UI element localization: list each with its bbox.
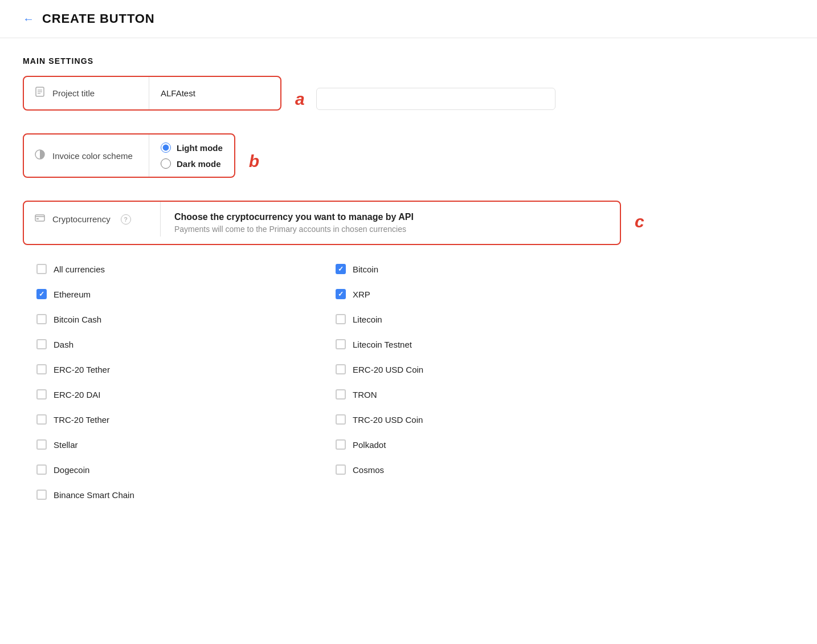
xrp-checkbox[interactable] xyxy=(336,289,346,299)
currency-erc20-tether[interactable]: ERC-20 Tether xyxy=(23,357,322,382)
main-content: MAIN SETTINGS Project title a xyxy=(0,38,817,525)
currencies-right-col: Bitcoin XRP Litecoin Litecoin Testnet xyxy=(322,256,621,507)
dark-mode-radio[interactable] xyxy=(161,158,171,169)
light-mode-option[interactable]: Light mode xyxy=(161,142,223,153)
ethereum-checkbox[interactable] xyxy=(36,289,47,299)
currency-erc20-dai[interactable]: ERC-20 DAI xyxy=(23,382,322,407)
badge-c: c xyxy=(635,212,644,231)
secondary-input[interactable] xyxy=(316,88,555,110)
project-title-icon xyxy=(34,86,46,100)
currency-erc20-usd-coin[interactable]: ERC-20 USD Coin xyxy=(322,357,621,382)
ethereum-label: Ethereum xyxy=(54,290,91,299)
currency-bitcoin-cash[interactable]: Bitcoin Cash xyxy=(23,307,322,332)
color-scheme-icon xyxy=(34,149,46,163)
erc20-usd-coin-label: ERC-20 USD Coin xyxy=(353,365,423,374)
trc20-usd-coin-checkbox[interactable] xyxy=(336,414,346,425)
light-mode-label: Light mode xyxy=(177,143,223,153)
project-title-value-cell xyxy=(149,77,280,109)
crypto-wrapper: Cryptocurrency ? Choose the cryptocurren… xyxy=(23,201,794,507)
tron-label: TRON xyxy=(353,390,377,400)
all-currencies-checkbox[interactable] xyxy=(36,264,47,274)
currency-dash[interactable]: Dash xyxy=(23,332,322,357)
dogecoin-label: Dogecoin xyxy=(54,465,89,475)
all-currencies-label: All currencies xyxy=(54,264,105,274)
currency-cosmos[interactable]: Cosmos xyxy=(322,457,621,482)
currency-litecoin-testnet[interactable]: Litecoin Testnet xyxy=(322,332,621,357)
dogecoin-checkbox[interactable] xyxy=(36,464,47,475)
trc20-usd-coin-label: TRC-20 USD Coin xyxy=(353,415,423,425)
project-title-label-cell: Project title xyxy=(24,77,149,109)
crypto-info-cell: Choose the cryptocurrency you want to ma… xyxy=(161,202,620,244)
currency-stellar[interactable]: Stellar xyxy=(23,432,322,457)
cosmos-label: Cosmos xyxy=(353,465,384,475)
tron-checkbox[interactable] xyxy=(336,389,346,400)
color-scheme-label: Invoice color scheme xyxy=(52,151,133,161)
crypto-main-text: Choose the cryptocurrency you want to ma… xyxy=(174,212,606,222)
polkadot-label: Polkadot xyxy=(353,440,386,450)
crypto-label-cell: Cryptocurrency ? xyxy=(24,202,161,237)
badge-a: a xyxy=(295,89,305,109)
stellar-label: Stellar xyxy=(54,440,78,450)
erc20-tether-label: ERC-20 Tether xyxy=(54,365,110,374)
erc20-dai-label: ERC-20 DAI xyxy=(54,390,101,400)
litecoin-testnet-checkbox[interactable] xyxy=(336,339,346,349)
dark-mode-option[interactable]: Dark mode xyxy=(161,158,223,169)
page-title: CREATE BUTTON xyxy=(42,11,155,26)
back-button[interactable]: ← xyxy=(23,13,34,26)
svg-rect-6 xyxy=(36,218,39,219)
xrp-label: XRP xyxy=(353,290,370,299)
polkadot-checkbox[interactable] xyxy=(336,439,346,450)
currency-ethereum[interactable]: Ethereum xyxy=(23,282,322,307)
currency-bitcoin[interactable]: Bitcoin xyxy=(322,256,621,282)
currency-litecoin[interactable]: Litecoin xyxy=(322,307,621,332)
litecoin-checkbox[interactable] xyxy=(336,314,346,324)
crypto-icon xyxy=(34,212,46,226)
project-title-row: Project title xyxy=(23,76,281,111)
litecoin-testnet-label: Litecoin Testnet xyxy=(353,340,412,349)
currency-xrp[interactable]: XRP xyxy=(322,282,621,307)
badge-b: b xyxy=(249,152,259,171)
crypto-label: Cryptocurrency xyxy=(52,214,111,224)
currencies-left-col: All currencies Ethereum Bitcoin Cash Das… xyxy=(23,256,322,507)
trc20-tether-label: TRC-20 Tether xyxy=(54,415,109,425)
erc20-usd-coin-checkbox[interactable] xyxy=(336,364,346,374)
trc20-tether-checkbox[interactable] xyxy=(36,414,47,425)
bitcoin-cash-label: Bitcoin Cash xyxy=(54,315,101,324)
bitcoin-label: Bitcoin xyxy=(353,264,378,274)
stellar-checkbox[interactable] xyxy=(36,439,47,450)
project-title-input[interactable] xyxy=(161,88,269,98)
currency-all[interactable]: All currencies xyxy=(23,256,322,282)
color-scheme-options: Light mode Dark mode xyxy=(149,134,234,177)
erc20-tether-checkbox[interactable] xyxy=(36,364,47,374)
bitcoin-checkbox[interactable] xyxy=(336,264,346,274)
crypto-sub-text: Payments will come to the Primary accoun… xyxy=(174,225,606,234)
erc20-dai-checkbox[interactable] xyxy=(36,389,47,400)
currency-trc20-tether[interactable]: TRC-20 Tether xyxy=(23,407,322,432)
currencies-grid: All currencies Ethereum Bitcoin Cash Das… xyxy=(23,256,621,507)
currency-binance[interactable]: Binance Smart Chain xyxy=(23,482,322,507)
dash-checkbox[interactable] xyxy=(36,339,47,349)
dash-label: Dash xyxy=(54,340,73,349)
binance-label: Binance Smart Chain xyxy=(54,490,134,500)
currency-trc20-usd-coin[interactable]: TRC-20 USD Coin xyxy=(322,407,621,432)
cosmos-checkbox[interactable] xyxy=(336,464,346,475)
project-title-wrapper: Project title a xyxy=(23,76,794,122)
currency-dogecoin[interactable]: Dogecoin xyxy=(23,457,322,482)
currency-tron[interactable]: TRON xyxy=(322,382,621,407)
color-scheme-wrapper: Invoice color scheme Light mode Dark mod… xyxy=(23,133,794,189)
light-mode-radio[interactable] xyxy=(161,142,171,153)
section-title: MAIN SETTINGS xyxy=(23,56,794,66)
page-header: ← CREATE BUTTON xyxy=(0,0,817,38)
dark-mode-label: Dark mode xyxy=(177,159,221,169)
bitcoin-cash-checkbox[interactable] xyxy=(36,314,47,324)
binance-checkbox[interactable] xyxy=(36,490,47,500)
crypto-help-icon[interactable]: ? xyxy=(121,214,131,225)
color-scheme-row: Invoice color scheme Light mode Dark mod… xyxy=(23,133,235,178)
project-title-label: Project title xyxy=(52,88,95,98)
svg-rect-5 xyxy=(35,215,44,221)
color-scheme-label-cell: Invoice color scheme xyxy=(24,134,149,177)
currency-polkadot[interactable]: Polkadot xyxy=(322,432,621,457)
litecoin-label: Litecoin xyxy=(353,315,382,324)
crypto-setting-row: Cryptocurrency ? Choose the cryptocurren… xyxy=(23,201,621,245)
